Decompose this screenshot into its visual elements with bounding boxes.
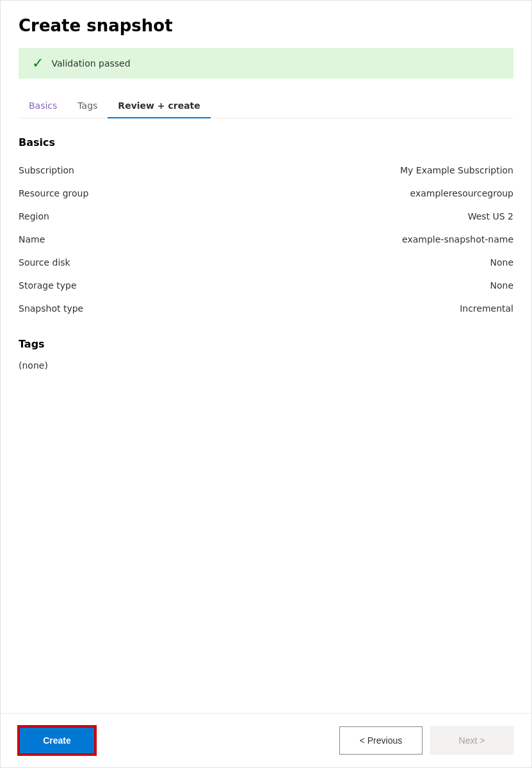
table-row: Resource group exampleresourcegroup <box>19 182 513 205</box>
footer: Create < Previous Next > <box>1 713 531 767</box>
basics-section-title: Basics <box>19 136 513 148</box>
name-label: Name <box>19 234 147 244</box>
tags-none-value: (none) <box>19 360 513 371</box>
create-button[interactable]: Create <box>19 726 95 755</box>
table-row: Snapshot type Incremental <box>19 297 513 320</box>
validation-banner: ✓ Validation passed <box>19 48 513 79</box>
page-title: Create snapshot <box>19 16 513 35</box>
next-button: Next > <box>430 726 513 755</box>
previous-button[interactable]: < Previous <box>339 726 423 755</box>
tab-basics[interactable]: Basics <box>19 94 67 118</box>
table-row: Name example-snapshot-name <box>19 228 513 251</box>
tags-section: Tags (none) <box>19 338 513 371</box>
table-row: Storage type None <box>19 274 513 297</box>
resource-group-value: exampleresourcegroup <box>147 188 513 198</box>
validation-text: Validation passed <box>51 58 130 68</box>
source-disk-value: None <box>147 257 513 268</box>
tabs-container: Basics Tags Review + create <box>19 94 513 118</box>
table-row: Source disk None <box>19 251 513 274</box>
region-label: Region <box>19 211 147 221</box>
subscription-label: Subscription <box>19 165 147 175</box>
basics-review-table: Subscription My Example Subscription Res… <box>19 159 513 320</box>
table-row: Subscription My Example Subscription <box>19 159 513 182</box>
snapshot-type-label: Snapshot type <box>19 303 147 314</box>
validation-check-icon: ✓ <box>32 56 44 70</box>
storage-type-value: None <box>147 280 513 291</box>
storage-type-label: Storage type <box>19 280 147 291</box>
source-disk-label: Source disk <box>19 257 147 268</box>
tab-tags[interactable]: Tags <box>67 94 108 118</box>
tab-review-create[interactable]: Review + create <box>108 94 210 118</box>
page-container: Create snapshot ✓ Validation passed Basi… <box>0 0 532 768</box>
subscription-value: My Example Subscription <box>147 165 513 175</box>
tags-section-title: Tags <box>19 338 513 350</box>
table-row: Region West US 2 <box>19 205 513 228</box>
main-content: Create snapshot ✓ Validation passed Basi… <box>1 1 531 713</box>
name-value: example-snapshot-name <box>147 234 513 244</box>
resource-group-label: Resource group <box>19 188 147 198</box>
region-value: West US 2 <box>147 211 513 221</box>
basics-section: Basics Subscription My Example Subscript… <box>19 136 513 320</box>
snapshot-type-value: Incremental <box>147 303 513 314</box>
